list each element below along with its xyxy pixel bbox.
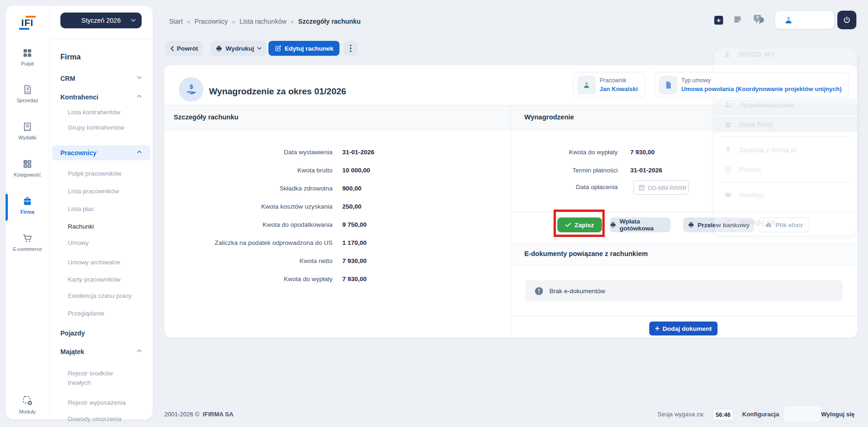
invoice-card: $ Wynagrodzenie za okres 01/2026 Pracown… bbox=[164, 65, 857, 338]
rail-label: Księgowość bbox=[14, 172, 41, 177]
menu-item-ewidencja-czasu-pracy[interactable]: Ewidencja czasu pracy bbox=[68, 292, 131, 300]
svg-text:$: $ bbox=[189, 83, 193, 90]
employee-box[interactable]: Pracownik Jan Kowalski bbox=[573, 72, 645, 98]
edit-invoice-button-label: Edytuj rachunek bbox=[285, 45, 333, 52]
breadcrumb-lista-rachunkow[interactable]: Lista rachunków bbox=[240, 18, 287, 25]
rail-item-wydatki[interactable]: Wydatki bbox=[6, 122, 49, 140]
quick-add-button[interactable]: + bbox=[714, 16, 723, 25]
printer-icon bbox=[610, 222, 616, 228]
detail-value: 900,00 bbox=[342, 184, 361, 193]
menu-group-pracownicy[interactable]: Pracownicy bbox=[60, 149, 97, 157]
elixir-file-label: Plik elixir bbox=[776, 222, 803, 229]
edit-invoice-button[interactable]: Edytuj rachunek bbox=[268, 41, 339, 56]
help-chat-icon[interactable]: ? bbox=[753, 13, 766, 25]
chevron-down-icon[interactable] bbox=[137, 76, 142, 79]
ghost-footer-blob bbox=[784, 406, 821, 422]
session-timer-badge: 56:46 bbox=[713, 409, 733, 420]
footer-copyright: 2001-2026 © IFIRMA SA bbox=[164, 411, 234, 418]
svg-text:?: ? bbox=[756, 15, 759, 20]
payment-value: 31-01-2026 bbox=[630, 166, 662, 175]
breadcrumb-start[interactable]: Start bbox=[169, 18, 183, 25]
pencil-edit-icon bbox=[274, 45, 281, 52]
more-actions-button[interactable] bbox=[344, 41, 357, 56]
details-section-title: Szczegóły rachunku bbox=[174, 113, 238, 121]
rail-item-moduly[interactable]: Moduły bbox=[6, 395, 49, 414]
menu-item-rachunki[interactable]: Rachunki bbox=[68, 223, 94, 231]
bank-transfer-button[interactable]: Przelew bankowy bbox=[683, 217, 754, 232]
menu-group-kontrahenci[interactable]: Kontrahenci bbox=[60, 93, 98, 101]
menu-item-umowy[interactable]: Umowy bbox=[68, 239, 89, 247]
rail-item-firma[interactable]: Firma bbox=[6, 196, 49, 215]
logout-power-button[interactable] bbox=[837, 11, 856, 29]
menu-group-crm[interactable]: CRM bbox=[60, 74, 75, 83]
breadcrumb-pracownicy[interactable]: Pracownicy bbox=[195, 18, 228, 25]
bank-transfer-label: Przelew bankowy bbox=[698, 222, 750, 229]
menu-item-lista-plac[interactable]: Lista płac bbox=[68, 205, 94, 213]
cash-deposit-label: Wpłata gotówkowa bbox=[620, 218, 671, 232]
detail-value: 7 930,00 bbox=[342, 257, 367, 265]
menu-item-grupy-kontrahentow[interactable]: Grupy kontrahentów bbox=[68, 124, 124, 132]
detail-value: 250,00 bbox=[342, 203, 361, 211]
menu-group-majatek[interactable]: Majątek bbox=[60, 348, 84, 356]
payment-divider bbox=[510, 211, 857, 212]
back-button-label: Powrót bbox=[177, 45, 198, 52]
salary-hand-dollar-icon: $ bbox=[179, 77, 203, 102]
footer-config-link[interactable]: Konfiguracja bbox=[742, 411, 779, 418]
menu-item-rejestr-wyposazenia[interactable]: Rejestr wyposażenia bbox=[68, 399, 126, 407]
user-account-button[interactable] bbox=[775, 11, 834, 29]
calculator-icon bbox=[22, 159, 33, 169]
ifirma-logo[interactable]: IFI bbox=[6, 16, 49, 30]
back-button[interactable]: Powrót bbox=[165, 41, 203, 56]
menu-item-lista-pracownikow[interactable]: Lista pracowników bbox=[68, 187, 119, 196]
print-button[interactable]: Wydrukuj bbox=[211, 41, 266, 56]
breadcrumb-separator: » bbox=[187, 18, 190, 25]
add-document-label: Dodaj dokument bbox=[663, 325, 712, 332]
chevron-up-icon[interactable] bbox=[137, 349, 142, 352]
session-expiry-label: Sesja wygasa za: bbox=[658, 411, 705, 418]
employee-person-icon bbox=[577, 76, 596, 94]
detail-label: Kwota do opodatkowania bbox=[175, 221, 333, 229]
menu-item-karty-pracownikow[interactable]: Karty pracowników bbox=[68, 276, 120, 284]
menu-item-przegladanie[interactable]: Przeglądanie bbox=[68, 309, 104, 318]
chevron-down-icon bbox=[131, 19, 136, 22]
menu-group-pojazdy[interactable]: Pojazdy bbox=[60, 329, 85, 337]
month-selector[interactable]: Styczeń 2026 bbox=[60, 13, 142, 28]
invoice-dollar-icon: $ bbox=[22, 85, 33, 95]
page-title: Wynagrodzenie za okres 01/2026 bbox=[209, 86, 346, 97]
rail-item-ksiegowosc[interactable]: Księgowość bbox=[6, 159, 49, 177]
menu-item-pulpit-pracownikow[interactable]: Pulpit pracowników bbox=[68, 170, 122, 178]
paid-date-input[interactable] bbox=[647, 181, 689, 195]
cash-deposit-button[interactable]: Wpłata gotówkowa bbox=[610, 217, 671, 232]
copyright-years: 2001-2026 © bbox=[164, 411, 199, 418]
edocs-divider bbox=[510, 315, 857, 316]
footer-logout-link[interactable]: Wyloguj się bbox=[821, 411, 855, 418]
print-button-label: Wydrukuj bbox=[226, 45, 254, 52]
notes-icon[interactable] bbox=[733, 15, 742, 24]
breadcrumb-current: Szczegóły rachunku bbox=[298, 18, 361, 25]
payment-section-title: Wynagrodzenie bbox=[524, 113, 574, 121]
rail-item-ecommerce[interactable]: E-commerce bbox=[6, 233, 49, 252]
detail-value: 9 750,00 bbox=[342, 221, 367, 229]
rail-label: Pulpit bbox=[21, 61, 34, 66]
detail-label: Kwota brutto bbox=[175, 166, 333, 175]
menu-item-dowody-umorzenia[interactable]: Dowody umorzenia bbox=[68, 415, 122, 423]
menu-item-lista-kontrahentow[interactable]: Lista kontrahentów bbox=[68, 108, 120, 117]
menu-item-umowy-archiwalne[interactable]: Umowy archiwalne bbox=[68, 258, 120, 267]
detail-label: Składka zdrowotna bbox=[175, 184, 333, 193]
menu-header: Firma bbox=[60, 53, 81, 61]
rail-item-sprzedaz[interactable]: $ Sprzedaż bbox=[6, 85, 49, 103]
contract-file-icon bbox=[659, 76, 678, 94]
contract-type-box[interactable]: Typ umowy Umowa powołania (Koordynowanie… bbox=[655, 72, 849, 98]
chevron-up-icon[interactable] bbox=[137, 95, 142, 98]
modules-add-icon bbox=[22, 395, 33, 406]
save-button[interactable]: Zapisz bbox=[557, 217, 602, 232]
printer-icon bbox=[215, 45, 222, 52]
receipt-icon bbox=[22, 122, 33, 132]
user-icon bbox=[783, 15, 794, 25]
elixir-file-button[interactable]: Plik elixir bbox=[758, 217, 809, 232]
menu-item-rejestr-srodkow-trwalych[interactable]: Rejestr środków trwałych bbox=[68, 369, 137, 388]
rail-item-pulpit[interactable]: Pulpit bbox=[6, 48, 49, 66]
add-document-button[interactable]: + Dodaj dokument bbox=[649, 322, 718, 335]
logo-blue-bar bbox=[19, 28, 29, 30]
chevron-up-icon[interactable] bbox=[137, 151, 142, 153]
